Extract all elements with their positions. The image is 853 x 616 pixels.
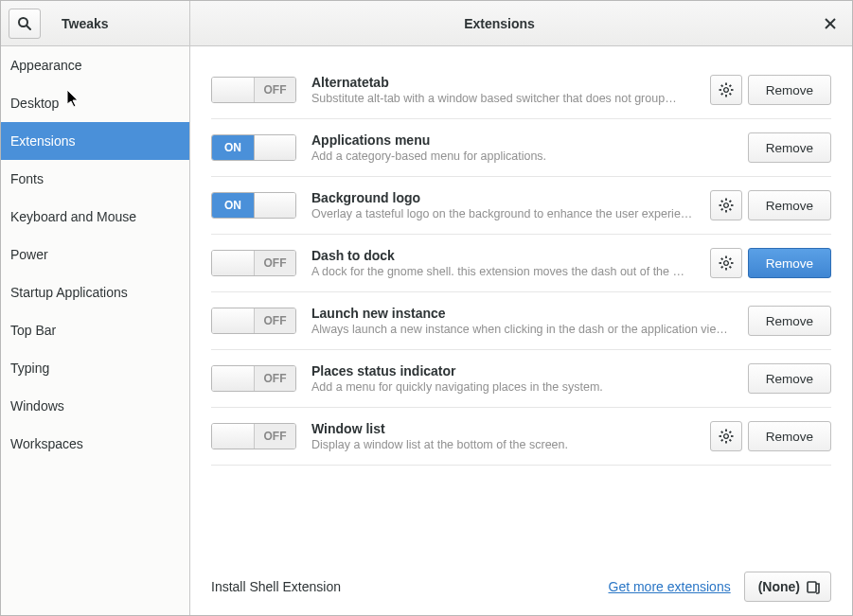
extension-title: Background logo [311,190,695,205]
remove-button[interactable]: Remove [748,132,831,163]
extension-toggle[interactable]: OFF [211,250,296,276]
extension-toggle[interactable]: ON [211,134,296,161]
remove-button[interactable]: Remove [748,363,831,394]
svg-line-18 [729,201,731,202]
extension-toggle[interactable]: OFF [211,423,296,449]
svg-line-24 [721,258,723,260]
switch-knob [212,78,254,102]
extension-title: Launch new instance [311,306,733,321]
extension-list: OFFAlternatetabSubstitute alt-tab with a… [190,46,852,466]
extension-row: OFFPlaces status indicatorAdd a menu for… [211,350,831,408]
switch-off-label: OFF [254,424,295,449]
extension-title: Alternatetab [311,75,695,90]
close-button[interactable] [815,12,845,35]
document-open-icon [806,579,821,594]
svg-line-33 [729,440,731,442]
file-chooser-label: (None) [758,579,800,594]
svg-line-35 [721,440,723,442]
svg-line-11 [721,94,723,96]
extension-text: AlternatetabSubstitute alt-tab with a wi… [311,75,695,105]
gear-icon [719,255,734,271]
headerbar-right [809,1,852,45]
svg-line-32 [721,431,723,433]
extension-toggle[interactable]: OFF [211,365,296,392]
close-icon [825,18,836,29]
extension-actions: Remove [748,132,831,163]
sidebar-item-windows[interactable]: Windows [1,387,189,425]
extension-title: Window list [311,421,695,436]
svg-line-8 [721,85,723,87]
svg-line-25 [729,267,731,269]
remove-button[interactable]: Remove [748,190,831,220]
headerbar: Tweaks Extensions [1,1,852,46]
svg-line-26 [729,258,731,260]
extension-actions: Remove [710,421,831,451]
extension-settings-button[interactable] [710,248,742,278]
extension-actions: Remove [748,306,831,336]
extension-row: OFFLaunch new instanceAlways launch a ne… [211,292,831,350]
switch-knob [212,251,254,275]
sidebar-item-startup-applications[interactable]: Startup Applications [1,273,189,311]
switch-knob [212,366,254,391]
svg-line-19 [721,209,723,211]
switch-off-label: OFF [254,308,295,333]
extension-toggle[interactable]: OFF [211,77,296,103]
sidebar-item-fonts[interactable]: Fonts [1,160,189,198]
extension-settings-button[interactable] [710,190,742,220]
sidebar-item-extensions[interactable]: Extensions [1,122,189,160]
switch-off-label: OFF [254,251,295,275]
switch-knob [254,135,295,160]
sidebar-item-workspaces[interactable]: Workspaces [1,425,189,463]
extension-title: Applications menu [311,132,733,148]
extension-description: Add a menu for quickly navigating places… [311,380,733,394]
extension-row: ONBackground logoOverlay a tasteful logo… [211,177,831,235]
remove-button[interactable]: Remove [748,75,831,105]
footer: Install Shell Extension Get more extensi… [190,558,852,615]
extension-row: OFFWindow listDisplay a window list at t… [211,408,831,466]
app-title: Tweaks [62,16,109,31]
extension-settings-button[interactable] [710,421,742,451]
svg-line-1 [27,26,30,29]
remove-button[interactable]: Remove [748,248,831,278]
search-button[interactable] [9,9,41,39]
extension-settings-button[interactable] [710,75,742,105]
tweaks-window: Tweaks Extensions AppearanceDesktopExten… [0,0,853,616]
remove-button[interactable]: Remove [748,306,831,336]
extension-description: Add a category-based menu for applicatio… [311,150,733,163]
extension-description: A dock for the gnome shell. this extensi… [311,265,695,278]
svg-line-16 [721,201,723,202]
extension-text: Applications menuAdd a category-based me… [311,132,733,163]
extension-description: Substitute alt-tab with a window based s… [311,92,695,105]
svg-line-34 [729,431,731,433]
file-chooser-button[interactable]: (None) [744,572,831,602]
extension-description: Overlay a tasteful logo on the backgroun… [311,207,695,220]
search-icon [17,16,32,31]
sidebar-item-desktop[interactable]: Desktop [1,84,189,122]
get-more-extensions-link[interactable]: Get more extensions [609,579,731,594]
headerbar-left: Tweaks [1,1,190,45]
switch-knob [254,193,295,218]
extension-toggle[interactable]: OFF [211,308,296,334]
page-title: Extensions [190,16,809,31]
sidebar: AppearanceDesktopExtensionsFontsKeyboard… [1,46,190,615]
sidebar-item-appearance[interactable]: Appearance [1,46,189,84]
extension-actions: Remove [710,190,831,220]
extension-text: Launch new instanceAlways launch a new i… [311,306,733,336]
extension-title: Places status indicator [311,363,733,378]
body: AppearanceDesktopExtensionsFontsKeyboard… [1,46,852,615]
sidebar-item-top-bar[interactable]: Top Bar [1,311,189,349]
sidebar-item-power[interactable]: Power [1,236,189,273]
install-label: Install Shell Extension [211,579,341,594]
extension-description: Always launch a new instance when clicki… [311,323,733,336]
sidebar-item-keyboard-and-mouse[interactable]: Keyboard and Mouse [1,198,189,236]
extension-toggle[interactable]: ON [211,192,296,219]
extension-title: Dash to dock [311,248,695,263]
switch-knob [212,424,254,449]
remove-button[interactable]: Remove [748,421,831,451]
gear-icon [719,429,734,444]
extension-actions: Remove [710,75,831,105]
gear-icon [719,82,734,97]
switch-on-label: ON [212,193,254,218]
sidebar-item-typing[interactable]: Typing [1,349,189,387]
svg-line-9 [729,94,731,96]
